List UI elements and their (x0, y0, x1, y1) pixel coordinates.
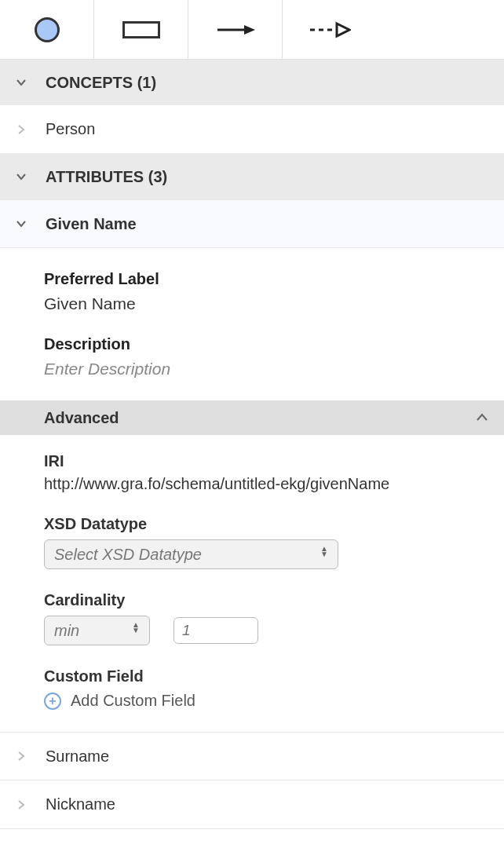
concept-item-label: Person (46, 120, 95, 138)
attribute-details: Preferred Label Given Name Description E… (0, 248, 504, 732)
iri-label: IRI (44, 452, 460, 470)
chevron-up-icon (476, 409, 488, 427)
section-header-label: ATTRIBUTES (3) (46, 168, 167, 186)
attribute-item-label: Given Name (46, 215, 137, 233)
add-custom-field-label: Add Custom Field (71, 692, 195, 710)
preferred-label-value[interactable]: Given Name (44, 294, 460, 313)
tool-circle[interactable] (0, 0, 94, 59)
xsd-datatype-select[interactable]: Select XSD Datatype ▲▼ (44, 539, 338, 569)
section-header-label: CONCEPTS (1) (46, 74, 156, 92)
cardinality-mode-select[interactable]: min ▲▼ (44, 616, 150, 645)
plus-circle-icon: + (44, 693, 61, 710)
rectangle-icon (122, 21, 160, 38)
iri-value[interactable]: http://www.gra.fo/schema/untitled-ekg/gi… (44, 475, 460, 493)
advanced-label: Advanced (44, 409, 119, 427)
section-header-concepts[interactable]: CONCEPTS (1) (0, 60, 504, 105)
attribute-item-nickname[interactable]: Nickname (0, 780, 504, 829)
chevron-right-icon (16, 751, 31, 762)
cardinality-mode-value: min (54, 622, 79, 640)
svg-marker-3 (337, 24, 349, 36)
description-input[interactable]: Enter Description (44, 360, 460, 378)
attribute-item-label: Nickname (46, 795, 115, 813)
chevron-down-icon (16, 77, 31, 88)
cardinality-label: Cardinality (44, 591, 460, 609)
xsd-placeholder: Select XSD Datatype (54, 546, 202, 564)
attribute-item-surname[interactable]: Surname (0, 732, 504, 780)
preferred-label-label: Preferred Label (44, 270, 460, 288)
concept-item-person[interactable]: Person (0, 105, 504, 154)
chevron-right-icon (16, 124, 31, 135)
chevron-right-icon (16, 799, 31, 810)
attribute-item-given-name[interactable]: Given Name (0, 199, 504, 248)
select-spinner-icon: ▲▼ (132, 625, 140, 636)
arrow-dashed-icon (309, 21, 351, 38)
tool-arrow-solid[interactable] (188, 0, 283, 59)
chevron-down-icon (16, 218, 31, 229)
shape-toolbar (0, 0, 504, 60)
advanced-body: IRI http://www.gra.fo/schema/untitled-ek… (0, 435, 504, 732)
attribute-item-label: Surname (46, 747, 109, 766)
advanced-toggle[interactable]: Advanced (0, 400, 504, 435)
add-custom-field-button[interactable]: + Add Custom Field (44, 692, 460, 710)
select-spinner-icon: ▲▼ (320, 549, 328, 560)
circle-icon (35, 17, 60, 42)
cardinality-value-input[interactable] (173, 617, 258, 644)
xsd-label: XSD Datatype (44, 515, 460, 533)
section-header-attributes[interactable]: ATTRIBUTES (3) (0, 154, 504, 199)
svg-marker-1 (244, 25, 255, 35)
description-label: Description (44, 335, 460, 353)
chevron-down-icon (16, 171, 31, 182)
arrow-solid-icon (216, 22, 255, 38)
custom-field-label: Custom Field (44, 667, 460, 685)
tool-arrow-dashed[interactable] (283, 0, 377, 59)
tool-rectangle[interactable] (94, 0, 188, 59)
